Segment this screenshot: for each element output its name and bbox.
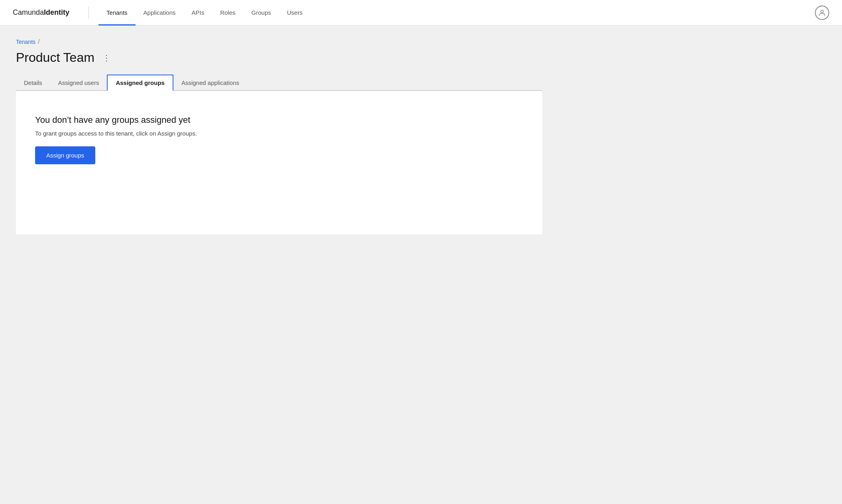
tab-assigned-groups[interactable]: Assigned groups <box>107 75 173 91</box>
empty-state-description: To grant groups access to this tenant, c… <box>35 130 197 137</box>
tabs: Details Assigned users Assigned groups A… <box>16 75 542 91</box>
nav-item-users[interactable]: Users <box>279 0 311 26</box>
svg-point-0 <box>821 10 824 13</box>
empty-state-title: You don’t have any groups assigned yet <box>35 115 190 125</box>
tab-details[interactable]: Details <box>16 75 50 91</box>
app-logo: Camunda Identity <box>13 8 69 17</box>
empty-state: You don’t have any groups assigned yet T… <box>35 115 523 164</box>
content-area: You don’t have any groups assigned yet T… <box>16 91 542 234</box>
header-right <box>815 6 829 20</box>
breadcrumb-link-tenants[interactable]: Tenants <box>16 39 35 45</box>
tab-assigned-users[interactable]: Assigned users <box>50 75 107 91</box>
page-title-row: Product Team ⋮ <box>16 50 542 65</box>
more-options-button[interactable]: ⋮ <box>99 52 114 63</box>
nav-item-groups[interactable]: Groups <box>244 0 279 26</box>
logo-prefix: Camunda <box>13 8 44 17</box>
tab-assigned-applications[interactable]: Assigned applications <box>173 75 247 91</box>
breadcrumb-separator: / <box>38 38 39 45</box>
user-avatar-button[interactable] <box>815 6 829 20</box>
nav-item-tenants[interactable]: Tenants <box>98 0 136 26</box>
logo-suffix: Identity <box>44 8 69 17</box>
assign-groups-button[interactable]: Assign groups <box>35 146 95 164</box>
main-content: Tenants / Product Team ⋮ Details Assigne… <box>0 26 558 247</box>
nav-item-apis[interactable]: APIs <box>184 0 212 26</box>
logo-divider <box>89 6 89 19</box>
nav-item-applications[interactable]: Applications <box>136 0 184 26</box>
main-nav: Tenants Applications APIs Roles Groups U… <box>98 0 815 26</box>
header: Camunda Identity Tenants Applications AP… <box>0 0 842 26</box>
breadcrumb: Tenants / <box>16 38 542 45</box>
page-title: Product Team <box>16 50 94 65</box>
nav-item-roles[interactable]: Roles <box>212 0 243 26</box>
